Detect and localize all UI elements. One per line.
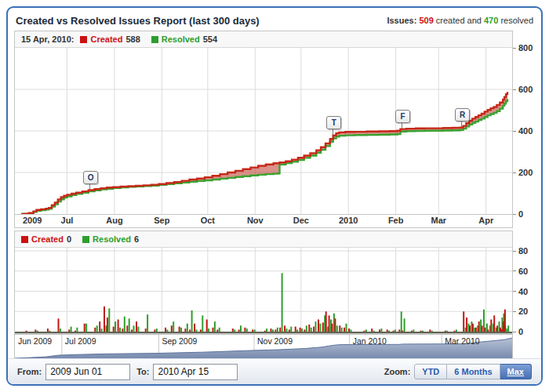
resolved-swatch-icon [151, 36, 158, 43]
legend-created-daily[interactable]: Created 0 [21, 234, 71, 244]
x-axis-label: Aug [106, 216, 122, 225]
gadget-header: Created vs Resolved Issues Report (last … [8, 8, 541, 31]
resolved-label: Resolved [93, 234, 131, 244]
footer-bar: From: To: Zoom: YTD6 MonthsMax [8, 358, 541, 384]
navigator-label: Mar 2010 [445, 336, 479, 346]
main-y-axis: 0200400600800 [513, 31, 535, 228]
y-axis-tick: 80 [513, 246, 528, 256]
cumulative-chart-panel: 15 Apr, 2010: Created 588 Resolved 554 O… [14, 31, 513, 228]
y-axis-tick: 400 [513, 126, 533, 136]
cumulative-chart-row: 15 Apr, 2010: Created 588 Resolved 554 O… [14, 31, 535, 228]
daily-chart-svg [15, 248, 512, 332]
x-axis-label: Oct [201, 216, 215, 225]
created-value: 0 [67, 234, 71, 244]
hover-date: 15 Apr, 2010: [21, 34, 74, 44]
lower-chart-legend: Created 0 Resolved 6 [15, 231, 512, 248]
page-title: Created vs Resolved Issues Report (last … [16, 15, 260, 27]
navigator-spacer [513, 334, 535, 361]
x-axis-label: Feb [388, 216, 404, 225]
timeline-navigator[interactable]: Jun 2009Jul 2009Sep 2009Nov 2009Jan 2010… [14, 334, 513, 361]
flag-O[interactable]: O [83, 171, 98, 184]
cumulative-plot-area[interactable]: OTFR [15, 48, 512, 214]
issues-created-count: 509 [419, 16, 433, 25]
daily-chart-row: Created 0 Resolved 6 020406080 [14, 230, 535, 334]
daily-chart-panel: Created 0 Resolved 6 [14, 230, 513, 334]
navigator-label: Nov 2009 [257, 336, 293, 346]
zoom-controls: Zoom: YTD6 MonthsMax [384, 364, 532, 379]
gadget-body: 15 Apr, 2010: Created 588 Resolved 554 O… [8, 31, 541, 361]
x-axis-label: Nov [247, 216, 264, 225]
from-label: From: [17, 367, 42, 376]
zoom-button-group: YTD6 MonthsMax [414, 364, 532, 379]
from-date-input[interactable] [45, 364, 130, 380]
flag-R[interactable]: R [455, 108, 470, 122]
navigator-label: Jun 2009 [18, 336, 52, 346]
zoom-button-ytd[interactable]: YTD [414, 364, 447, 379]
daily-plot-area[interactable] [15, 248, 512, 333]
created-label: Created [31, 234, 64, 244]
x-axis-label: Mar [431, 216, 446, 225]
flag-F[interactable]: F [395, 110, 410, 123]
y-axis-tick: 40 [513, 287, 528, 296]
resolved-label: Resolved [162, 34, 200, 44]
resolved-swatch-icon [82, 236, 89, 243]
x-axis: 2009JulAugSepOctNovDec2010FebMarApr [15, 214, 512, 227]
created-swatch-icon [21, 236, 28, 243]
issues-summary: Issues: 509 created and 470 resolved [387, 16, 533, 25]
created-value: 588 [125, 34, 140, 44]
x-axis-label: Apr [478, 216, 493, 225]
to-label: To: [136, 367, 149, 376]
to-date-input[interactable] [153, 364, 238, 380]
issues-label: Issues: [387, 16, 416, 25]
x-axis-label: Dec [293, 216, 309, 225]
issues-resolved-count: 470 [484, 16, 498, 25]
navigator-label: Jan 2010 [353, 336, 387, 346]
navigator-row: Jun 2009Jul 2009Sep 2009Nov 2009Jan 2010… [14, 334, 535, 361]
resolved-value: 554 [203, 34, 217, 44]
legend-resolved-daily[interactable]: Resolved 6 [82, 234, 139, 244]
lower-y-axis: 020406080 [513, 230, 535, 334]
date-range-controls: From: To: [17, 364, 238, 380]
y-axis-tick: 0 [513, 209, 523, 219]
issues-resolved-suffix: resolved [500, 16, 533, 25]
x-axis-label: Jul [61, 216, 74, 225]
y-axis-tick: 200 [513, 168, 533, 177]
legend-resolved[interactable]: Resolved 554 [151, 34, 217, 44]
legend-created[interactable]: Created 588 [80, 34, 140, 44]
zoom-button-6-months[interactable]: 6 Months [447, 364, 500, 379]
flag-T[interactable]: T [326, 116, 341, 129]
resolved-value: 6 [134, 234, 139, 244]
y-axis-tick: 20 [513, 307, 528, 316]
main-chart-legend: 15 Apr, 2010: Created 588 Resolved 554 [15, 31, 512, 48]
navigator-label: Sep 2009 [162, 336, 197, 346]
navigator-label: Jul 2009 [65, 336, 96, 346]
issues-created-suffix: created and [436, 16, 482, 25]
zoom-button-max[interactable]: Max [500, 364, 532, 379]
y-axis-tick: 600 [513, 85, 533, 94]
x-axis-label: 2009 [23, 216, 42, 225]
x-axis-label: Sep [154, 216, 169, 225]
zoom-label: Zoom: [384, 367, 411, 376]
report-gadget: Created vs Resolved Issues Report (last … [6, 6, 543, 386]
y-axis-tick: 800 [513, 43, 533, 53]
y-axis-tick: 60 [513, 267, 528, 276]
created-swatch-icon [80, 36, 87, 43]
x-axis-label: 2010 [339, 216, 358, 225]
created-label: Created [90, 34, 122, 44]
